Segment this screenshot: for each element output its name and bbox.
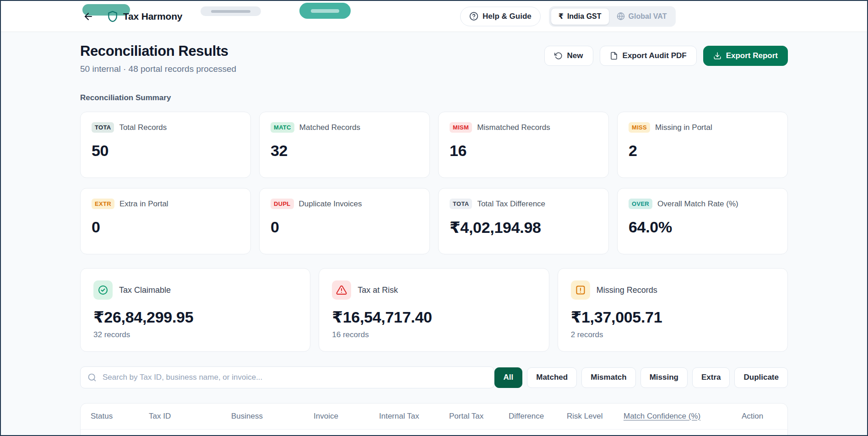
table-header-row: Status Tax ID Business Invoice Internal …: [81, 404, 787, 429]
highlight-label: Missing Records: [597, 285, 657, 295]
column-header-action: Action: [742, 404, 777, 429]
cell-portal-tax: ₹16,542.75: [449, 431, 509, 436]
summary-card-value: 64.0%: [629, 218, 776, 236]
summary-card-label: Duplicate Invoices: [299, 199, 362, 209]
highlight-cards-grid: Tax Claimable ₹26,84,299.95 32 records T…: [80, 268, 788, 352]
missing-records-card: Missing Records ₹1,37,005.71 2 records: [558, 268, 788, 352]
column-header-risk-level: Risk Level: [567, 404, 624, 429]
page-subtitle: 50 internal · 48 portal records processe…: [80, 64, 236, 74]
main-content: Reconciliation Results 50 internal · 48 …: [80, 32, 788, 436]
summary-card-badge: MISS: [629, 122, 650, 133]
cell-difference: ₹0.00: [509, 431, 567, 436]
export-audit-pdf-label: Export Audit PDF: [623, 51, 687, 60]
mode-india-gst[interactable]: ₹ India GST: [551, 8, 609, 25]
filter-group: All Matched Mismatch Missing Extra Dupli…: [494, 367, 788, 388]
summary-card-overall-match-rate: OVER Overall Match Rate (%) 64.0%: [617, 188, 788, 254]
export-audit-pdf-button[interactable]: Export Audit PDF: [600, 46, 697, 66]
new-button-label: New: [567, 51, 583, 60]
download-icon: [713, 52, 722, 60]
cell-action: —: [742, 431, 777, 436]
app-title: Tax Harmony: [123, 11, 182, 22]
summary-card-badge: DUPL: [271, 199, 294, 209]
summary-card-mismatched-records: MISM Mismatched Records 16: [438, 112, 609, 178]
highlight-subtext: 2 records: [571, 330, 775, 339]
filter-matched[interactable]: Matched: [527, 367, 577, 388]
results-table: Status Tax ID Business Invoice Internal …: [80, 403, 788, 436]
page-heading-block: Reconciliation Results 50 internal · 48 …: [80, 43, 236, 74]
summary-section-heading: Reconciliation Summary: [80, 93, 788, 102]
filter-missing[interactable]: Missing: [640, 367, 688, 388]
export-report-button[interactable]: Export Report: [703, 46, 788, 66]
summary-card-badge: TOTA: [92, 122, 114, 133]
summary-card-label: Overall Match Rate (%): [657, 199, 738, 209]
summary-card-label: Mismatched Records: [477, 123, 550, 132]
column-header-difference: Difference: [509, 404, 567, 429]
summary-card-badge: EXTR: [92, 199, 114, 209]
cell-invoice: DEM000001: [314, 431, 379, 436]
summary-card-missing-in-portal: MISS Missing in Portal 2: [617, 112, 788, 178]
summary-card-label: Total Tax Difference: [477, 199, 545, 209]
column-header-portal-tax: Portal Tax: [449, 404, 509, 429]
page-actions: New Export Audit PDF Export Report: [544, 46, 788, 66]
summary-card-label: Missing in Portal: [655, 123, 712, 132]
export-report-label: Export Report: [726, 51, 778, 60]
highlight-value: ₹16,54,717.40: [332, 308, 536, 326]
mode-global-vat[interactable]: Global VAT: [609, 8, 674, 25]
cell-tax-id: 27ABCDE1234F1Z5: [149, 431, 231, 436]
highlight-value: ₹1,37,005.71: [571, 308, 775, 326]
summary-card-value: 0: [92, 218, 239, 236]
summary-card-label: Total Records: [119, 123, 167, 132]
column-header-match-confidence-sort[interactable]: Match Confidence (%): [624, 404, 742, 429]
new-button[interactable]: New: [544, 46, 593, 66]
highlight-label: Tax at Risk: [358, 285, 398, 295]
filter-duplicate[interactable]: Duplicate: [734, 367, 788, 388]
cell-internal-tax: ₹16,542.75: [379, 431, 449, 436]
summary-card-badge: MATC: [271, 122, 294, 133]
summary-card-label: Extra in Portal: [119, 199, 168, 209]
help-guide-button[interactable]: Help & Guide: [460, 6, 541, 26]
mode-india-gst-label: India GST: [567, 12, 602, 21]
summary-card-badge: TOTA: [450, 199, 472, 209]
search-input[interactable]: [80, 366, 494, 388]
alert-triangle-icon: [332, 280, 351, 300]
highlight-label: Tax Claimable: [119, 285, 171, 295]
column-header-status: Status: [91, 404, 149, 429]
arrow-left-icon: [83, 11, 94, 22]
back-button[interactable]: [80, 8, 97, 25]
mode-global-vat-label: Global VAT: [629, 12, 667, 21]
page-title: Reconciliation Results: [80, 43, 236, 59]
summary-card-value: 2: [629, 142, 776, 160]
alert-square-icon: [571, 280, 590, 300]
summary-card-value: 16: [450, 142, 597, 160]
help-guide-label: Help & Guide: [483, 12, 532, 21]
search-filter-row: All Matched Mismatch Missing Extra Dupli…: [80, 366, 788, 388]
cell-status: Matched: [91, 430, 149, 436]
app-window: Tax Harmony Help & Guide ₹ India GST: [0, 0, 868, 436]
column-header-invoice: Invoice: [314, 404, 379, 429]
filter-mismatch[interactable]: Mismatch: [581, 367, 635, 388]
cell-business: Sample Corp A: [231, 431, 314, 436]
rupee-icon: ₹: [559, 13, 564, 20]
summary-cards-grid: TOTA Total Records 50 MATC Matched Recor…: [80, 112, 788, 254]
filter-extra[interactable]: Extra: [692, 367, 730, 388]
summary-card-badge: OVER: [629, 199, 652, 209]
summary-card-value: ₹4,02,194.98: [450, 218, 597, 237]
shield-icon: [107, 11, 119, 22]
summary-card-matched-records: MATC Matched Records 32: [259, 112, 430, 178]
column-header-tax-id: Tax ID: [149, 404, 231, 429]
summary-card-duplicate-invoices: DUPL Duplicate Invoices 0: [259, 188, 430, 254]
highlight-subtext: 16 records: [332, 330, 536, 339]
check-circle-icon: [93, 280, 113, 300]
summary-card-badge: MISM: [450, 122, 472, 133]
filter-all[interactable]: All: [494, 367, 523, 388]
summary-card-total-records: TOTA Total Records 50: [80, 112, 251, 178]
summary-card-value: 50: [92, 142, 239, 160]
rotate-ccw-icon: [554, 52, 563, 60]
summary-card-label: Matched Records: [299, 123, 360, 132]
tax-mode-switcher: ₹ India GST Global VAT: [549, 6, 676, 27]
summary-card-value: 0: [271, 218, 418, 236]
column-header-business: Business: [231, 404, 314, 429]
highlight-value: ₹26,84,299.95: [93, 308, 297, 326]
highlight-subtext: 32 records: [93, 330, 297, 339]
file-text-icon: [610, 52, 618, 60]
